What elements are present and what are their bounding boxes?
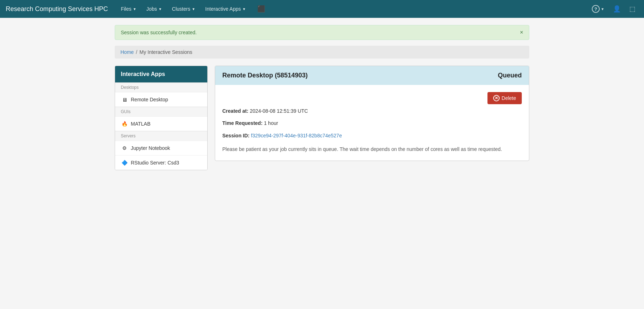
- time-requested-label: Time Requested:: [222, 120, 263, 126]
- jobs-caret: ▼: [158, 7, 162, 11]
- created-at-value: 2024-08-08 12:51:39 UTC: [250, 108, 308, 114]
- copy-icon: ⬛: [257, 5, 265, 13]
- files-caret: ▼: [133, 7, 137, 11]
- jupyter-icon: ⚙: [121, 145, 128, 152]
- session-title: Remote Desktop (58514903): [222, 72, 308, 79]
- session-status: Queued: [498, 72, 522, 79]
- session-created-at: Created at: 2024-08-08 12:51:39 UTC: [222, 107, 522, 115]
- breadcrumb-current: My Interactive Sessions: [139, 49, 192, 55]
- nav-interactive-apps[interactable]: Interactive Apps ▼: [201, 3, 250, 15]
- logout-button[interactable]: ⬚: [626, 3, 638, 15]
- session-id-field: Session ID: f329ce94-297f-404e-931f-82b8…: [222, 132, 522, 140]
- sidebar-header: Interactive Apps: [115, 66, 207, 82]
- content-layout: Interactive Apps Desktops 🖥 Remote Deskt…: [115, 66, 529, 170]
- matlab-icon: 🔥: [121, 120, 128, 127]
- delete-button[interactable]: ✕ Delete: [487, 92, 522, 104]
- help-button[interactable]: ? ▼: [589, 3, 607, 15]
- session-card: Remote Desktop (58514903) Queued ✕ Delet…: [215, 66, 529, 161]
- desktop-icon: 🖥: [121, 96, 128, 103]
- sidebar-jupyter-label: Jupyter Notebook: [131, 145, 170, 151]
- clusters-caret: ▼: [192, 7, 195, 11]
- time-requested-value: 1 hour: [264, 120, 278, 126]
- sidebar-matlab-label: MATLAB: [131, 121, 150, 127]
- sidebar-section-guis: GUIs: [115, 107, 207, 116]
- session-card-header: Remote Desktop (58514903) Queued: [215, 66, 529, 85]
- navbar-brand: Research Computing Services HPC: [6, 5, 108, 13]
- sidebar-item-rstudio[interactable]: 🔷 RStudio Server: Csd3: [115, 155, 207, 170]
- session-id-label: Session ID:: [222, 133, 249, 138]
- navbar-nav: Files ▼ Jobs ▼ Clusters ▼ Interactive Ap…: [117, 2, 589, 16]
- rstudio-icon: 🔷: [121, 159, 128, 166]
- sidebar-rstudio-label: RStudio Server: Csd3: [131, 160, 179, 166]
- help-icon: ?: [592, 5, 600, 13]
- sidebar-remote-desktop-label: Remote Desktop: [131, 97, 168, 102]
- nav-files-icon[interactable]: ⬛: [253, 2, 269, 16]
- alert-close-button[interactable]: ×: [520, 30, 523, 35]
- breadcrumb-home[interactable]: Home: [120, 49, 134, 55]
- session-id-value[interactable]: f329ce94-297f-404e-931f-82b8c74e527e: [251, 133, 342, 138]
- session-actions-row: ✕ Delete: [222, 92, 522, 104]
- sidebar-item-matlab[interactable]: 🔥 MATLAB: [115, 116, 207, 131]
- user-icon: 👤: [613, 5, 621, 13]
- delete-icon: ✕: [493, 95, 500, 101]
- sidebar-section-desktops: Desktops: [115, 82, 207, 92]
- session-note: Please be patient as your job currently …: [222, 145, 522, 153]
- navbar: Research Computing Services HPC Files ▼ …: [0, 0, 644, 18]
- sidebar-section-servers: Servers: [115, 131, 207, 141]
- sidebar-item-remote-desktop[interactable]: 🖥 Remote Desktop: [115, 92, 207, 107]
- breadcrumb-separator: /: [136, 49, 137, 55]
- nav-files[interactable]: Files ▼: [117, 3, 140, 15]
- interactive-apps-caret: ▼: [242, 7, 246, 11]
- created-at-label: Created at:: [222, 108, 248, 114]
- session-time-requested: Time Requested: 1 hour: [222, 119, 522, 127]
- nav-clusters[interactable]: Clusters ▼: [168, 3, 199, 15]
- main-content: Session was successfully created. × Home…: [108, 18, 536, 177]
- session-body: ✕ Delete Created at: 2024-08-08 12:51:39…: [215, 85, 529, 161]
- nav-jobs[interactable]: Jobs ▼: [142, 3, 166, 15]
- user-button[interactable]: 👤: [610, 3, 624, 15]
- success-alert: Session was successfully created. ×: [115, 25, 529, 40]
- navbar-right: ? ▼ 👤 ⬚: [589, 3, 638, 15]
- logout-icon: ⬚: [629, 5, 635, 13]
- alert-message: Session was successfully created.: [121, 30, 197, 35]
- sidebar: Interactive Apps Desktops 🖥 Remote Deskt…: [115, 66, 208, 170]
- breadcrumb: Home / My Interactive Sessions: [115, 46, 529, 59]
- sidebar-item-jupyter[interactable]: ⚙ Jupyter Notebook: [115, 141, 207, 155]
- help-caret: ▼: [601, 7, 604, 11]
